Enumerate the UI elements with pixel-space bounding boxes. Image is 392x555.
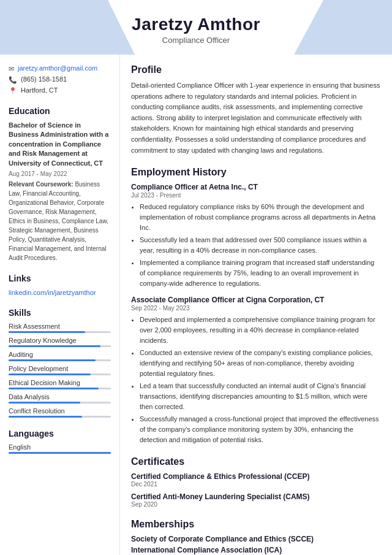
cert-name: Certified Anti-Money Laundering Speciali… <box>131 492 381 501</box>
location-item: 📍 Hartford, CT <box>9 86 111 95</box>
coursework-text: Business Law, Financial Accounting, Orga… <box>9 181 108 261</box>
job-bullet: Conducted an extensive review of the com… <box>140 348 381 379</box>
links-section: Links linkedin.com/in/jaretzyamthor <box>9 274 111 297</box>
main-layout: ✉ jaretzy.amthor@gmail.com 📞 (865) 158-1… <box>0 55 392 555</box>
skill-bar-fill <box>9 416 82 418</box>
header: Jaretzy Amthor Compliance Officer <box>0 0 392 55</box>
candidate-title: Compliance Officer <box>0 36 392 45</box>
contact-section: ✉ jaretzy.amthor@gmail.com 📞 (865) 158-1… <box>9 64 111 95</box>
job-bullet: Successfully led a team that addressed o… <box>140 235 381 256</box>
skill-bar-fill <box>9 402 80 404</box>
profile-title: Profile <box>131 64 381 75</box>
phone-item: 📞 (865) 158-1581 <box>9 75 111 84</box>
skill-item: Auditing <box>9 351 111 361</box>
job-bullet: Developed and implemented a comprehensiv… <box>140 315 381 346</box>
job-bullets: Reduced regulatory compliance risks by 6… <box>131 202 381 289</box>
education-degree: Bachelor of Science in Business Administ… <box>9 121 111 168</box>
skill-name: Auditing <box>9 351 111 358</box>
skill-name: Regulatory Knowledge <box>9 337 111 344</box>
skill-name: Conflict Resolution <box>9 407 111 415</box>
sidebar: ✉ jaretzy.amthor@gmail.com 📞 (865) 158-1… <box>0 55 119 555</box>
location-icon: 📍 <box>9 87 17 95</box>
links-title: Links <box>9 274 111 283</box>
skill-bar-fill <box>9 331 85 333</box>
certs-list: Certified Compliance & Ethics Profession… <box>131 472 381 508</box>
skill-bar-bg <box>9 416 111 418</box>
membership-entry: Society of Corporate Compliance and Ethi… <box>131 535 381 543</box>
job-entry: Associate Compliance Officer at Cigna Co… <box>131 296 381 446</box>
email-item: ✉ jaretzy.amthor@gmail.com <box>9 64 111 73</box>
job-bullets: Developed and implemented a comprehensiv… <box>131 315 381 446</box>
memberships-list: Society of Corporate Compliance and Ethi… <box>131 535 381 554</box>
skill-bar-fill <box>9 388 99 389</box>
skill-bar-bg <box>9 388 111 389</box>
skill-item: Ethical Decision Making <box>9 379 111 389</box>
employment-section: Employment History Compliance Officer at… <box>131 167 381 445</box>
phone-text: (865) 158-1581 <box>21 75 67 83</box>
membership-name: Society of Corporate Compliance and Ethi… <box>131 535 381 543</box>
skill-name: Risk Assessment <box>9 323 111 330</box>
candidate-name: Jaretzy Amthor <box>0 15 392 34</box>
education-section: Education Bachelor of Science in Busines… <box>9 106 111 262</box>
languages-list: English <box>9 443 111 454</box>
email-icon: ✉ <box>9 65 14 73</box>
linkedin-link[interactable]: linkedin.com/in/jaretzyamthor <box>9 289 96 296</box>
cert-date: Dec 2021 <box>131 481 381 488</box>
coursework-label: Relevant Coursework: <box>9 181 74 188</box>
memberships-section: Memberships Society of Corporate Complia… <box>131 519 381 554</box>
job-bullet: Led a team that successfully conducted a… <box>140 381 381 412</box>
jobs-list: Compliance Officer at Aetna Inc., CT Jul… <box>131 183 381 445</box>
membership-entry: International Compliance Association (IC… <box>131 546 381 554</box>
skill-bar-bg <box>9 373 111 375</box>
skill-item: Risk Assessment <box>9 323 111 333</box>
skill-name: Policy Development <box>9 365 111 372</box>
skill-item: Regulatory Knowledge <box>9 337 111 347</box>
location-text: Hartford, CT <box>21 86 58 94</box>
skills-title: Skills <box>9 308 111 318</box>
job-bullet: Successfully managed a cross-functional … <box>140 414 381 445</box>
memberships-title: Memberships <box>131 519 381 530</box>
language-item: English <box>9 443 111 454</box>
education-dates: Aug 2017 - May 2022 <box>9 170 111 177</box>
skill-bar-bg <box>9 345 111 347</box>
profile-text: Detail-oriented Compliance Officer with … <box>131 80 381 156</box>
job-title: Associate Compliance Officer at Cigna Co… <box>131 296 381 304</box>
job-entry: Compliance Officer at Aetna Inc., CT Jul… <box>131 183 381 289</box>
email-link[interactable]: jaretzy.amthor@gmail.com <box>18 64 97 72</box>
skill-bar-fill <box>9 345 100 347</box>
employment-title: Employment History <box>131 167 381 178</box>
language-bar-fill <box>9 452 111 454</box>
certificates-title: Certificates <box>131 456 381 467</box>
skill-name: Ethical Decision Making <box>9 379 111 386</box>
job-title: Compliance Officer at Aetna Inc., CT <box>131 183 381 191</box>
cert-entry: Certified Compliance & Ethics Profession… <box>131 472 381 488</box>
skill-bar-fill <box>9 373 91 375</box>
language-bar-bg <box>9 452 111 454</box>
skill-item: Data Analysis <box>9 393 111 404</box>
cert-date: Sep 2020 <box>131 501 381 508</box>
cert-entry: Certified Anti-Money Laundering Speciali… <box>131 492 381 508</box>
language-name: English <box>9 443 111 451</box>
skills-list: Risk Assessment Regulatory Knowledge Aud… <box>9 323 111 418</box>
profile-section: Profile Detail-oriented Compliance Offic… <box>131 64 381 156</box>
education-title: Education <box>9 106 111 116</box>
skill-bar-fill <box>9 359 96 361</box>
membership-name: International Compliance Association (IC… <box>131 546 381 554</box>
job-dates: Jul 2023 - Present <box>131 192 381 199</box>
skill-name: Data Analysis <box>9 393 111 400</box>
skill-bar-bg <box>9 331 111 333</box>
languages-section: Languages English <box>9 429 111 454</box>
skill-bar-bg <box>9 402 111 404</box>
skill-item: Policy Development <box>9 365 111 375</box>
certificates-section: Certificates Certified Compliance & Ethi… <box>131 456 381 508</box>
skill-bar-bg <box>9 359 111 361</box>
education-coursework: Relevant Coursework: Business Law, Finan… <box>9 180 111 262</box>
phone-icon: 📞 <box>9 76 17 84</box>
languages-title: Languages <box>9 429 111 438</box>
skill-item: Conflict Resolution <box>9 407 111 418</box>
main-content: Profile Detail-oriented Compliance Offic… <box>119 55 392 555</box>
job-bullet: Reduced regulatory compliance risks by 6… <box>140 202 381 233</box>
cert-name: Certified Compliance & Ethics Profession… <box>131 472 381 481</box>
skills-section: Skills Risk Assessment Regulatory Knowle… <box>9 308 111 418</box>
job-bullet: Implemented a compliance training progra… <box>140 258 381 289</box>
